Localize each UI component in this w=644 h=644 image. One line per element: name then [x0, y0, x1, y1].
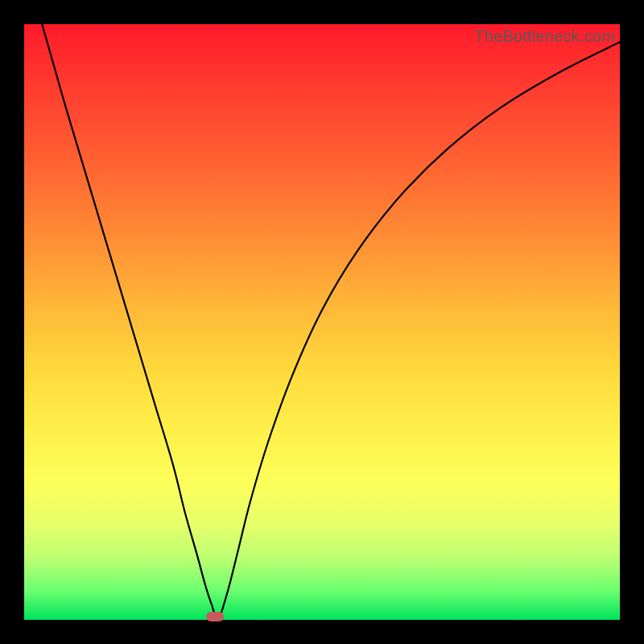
- plot-area: TheBottleneck.com: [24, 24, 620, 620]
- chart-frame: TheBottleneck.com: [0, 0, 644, 644]
- bottleneck-curve: [24, 24, 620, 620]
- optimum-marker: [206, 612, 224, 621]
